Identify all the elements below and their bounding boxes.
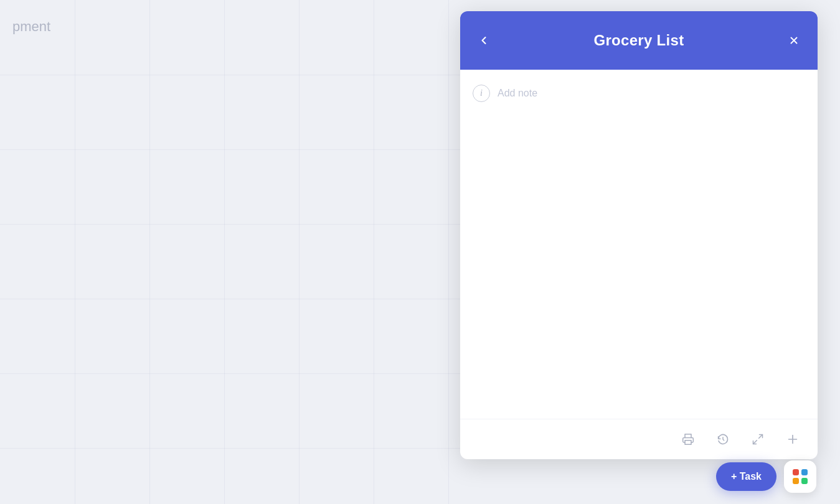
italic-icon: i xyxy=(480,88,483,98)
panel-header: Grocery List xyxy=(460,11,818,70)
background-panel: pment xyxy=(0,0,461,504)
floating-buttons: + Task xyxy=(716,460,816,493)
panel-body: i Add note xyxy=(460,70,818,419)
add-task-button[interactable]: + Task xyxy=(716,462,776,491)
apps-grid xyxy=(793,469,808,484)
svg-line-4 xyxy=(753,441,757,444)
svg-rect-2 xyxy=(685,441,691,445)
note-icon-circle: i xyxy=(473,85,490,102)
app-dot-green xyxy=(801,478,808,484)
expand-button[interactable] xyxy=(748,429,768,449)
app-dot-orange xyxy=(793,478,799,484)
close-button[interactable] xyxy=(783,29,805,52)
apps-button[interactable] xyxy=(784,460,816,493)
panel-footer xyxy=(460,419,818,459)
add-item-button[interactable] xyxy=(783,429,803,449)
task-panel: Grocery List i Add note xyxy=(460,11,818,459)
add-note-placeholder: Add note xyxy=(498,88,537,99)
panel-title: Grocery List xyxy=(594,32,684,49)
background-partial-text: pment xyxy=(12,19,50,35)
back-button[interactable] xyxy=(473,29,495,52)
app-dot-red xyxy=(793,469,799,475)
background-grid xyxy=(0,0,461,504)
history-button[interactable] xyxy=(713,429,733,449)
svg-line-3 xyxy=(759,435,763,439)
add-note-row[interactable]: i Add note xyxy=(473,82,805,105)
print-button[interactable] xyxy=(678,429,698,449)
app-dot-blue xyxy=(801,469,808,475)
